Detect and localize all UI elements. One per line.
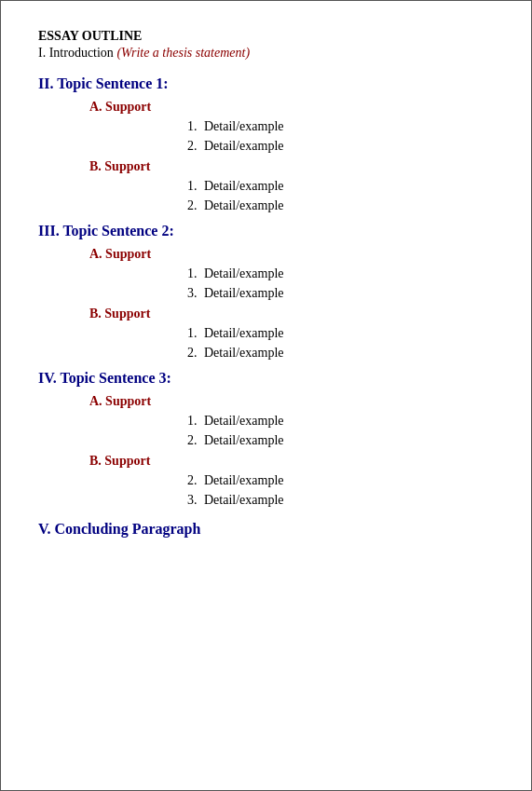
page-container: ESSAY OUTLINE I. Introduction (Write a t…: [0, 0, 532, 791]
section-2-support-b: B. Support 1. Detail/example 2. Detail/e…: [89, 307, 494, 361]
section-3-support-a: A. Support 1. Detail/example 2. Detail/e…: [89, 394, 494, 448]
detail-num: 1.: [187, 414, 198, 428]
section-3-support-b-detail-1: 2. Detail/example: [187, 472, 494, 488]
detail-text: Detail/example: [204, 414, 284, 428]
section-1-support-a: A. Support 1. Detail/example 2. Detail/e…: [89, 100, 494, 154]
detail-text: Detail/example: [204, 433, 284, 447]
section-2-support-a: A. Support 1. Detail/example 3. Detail/e…: [89, 247, 494, 301]
introduction-line: I. Introduction (Write a thesis statemen…: [38, 46, 494, 61]
detail-num: 2.: [187, 198, 198, 212]
section-1-support-b-detail-2: 2. Detail/example: [187, 198, 494, 213]
detail-num: 1.: [187, 266, 198, 280]
detail-num: 3.: [187, 493, 198, 507]
detail-num: 1.: [187, 179, 198, 193]
section-1-support-b: B. Support 1. Detail/example 2. Detail/e…: [89, 159, 494, 213]
section-2-support-a-detail-2: 3. Detail/example: [187, 285, 494, 301]
detail-text: Detail/example: [204, 473, 284, 487]
essay-title: ESSAY OUTLINE: [38, 29, 494, 44]
section-1-heading: II. Topic Sentence 1:: [38, 75, 494, 92]
section-2-support-b-detail-2: 2. Detail/example: [187, 345, 494, 361]
conclusion: V. Concluding Paragraph: [38, 521, 494, 538]
section-1-support-a-detail-2: 2. Detail/example: [187, 138, 494, 154]
detail-text: Detail/example: [204, 326, 284, 340]
section-2-support-a-detail-1: 1. Detail/example: [187, 266, 494, 281]
detail-text: Detail/example: [204, 198, 284, 212]
detail-num: 1.: [187, 119, 198, 133]
detail-text: Detail/example: [204, 119, 284, 133]
section-3-heading: IV. Topic Sentence 3:: [38, 370, 494, 387]
detail-num: 2.: [187, 139, 198, 153]
detail-text: Detail/example: [204, 286, 284, 300]
detail-num: 3.: [187, 286, 198, 300]
detail-text: Detail/example: [204, 266, 284, 280]
support-b-label: B. Support: [89, 454, 494, 469]
section-3-support-a-detail-2: 2. Detail/example: [187, 432, 494, 448]
support-a-label: A. Support: [89, 394, 494, 409]
detail-num: 2.: [187, 473, 198, 487]
section-2: III. Topic Sentence 2: A. Support 1. Det…: [38, 223, 494, 361]
section-3-support-b-detail-2: 3. Detail/example: [187, 492, 494, 508]
detail-text: Detail/example: [204, 493, 284, 507]
detail-text: Detail/example: [204, 179, 284, 193]
section-1: II. Topic Sentence 1: A. Support 1. Deta…: [38, 75, 494, 213]
introduction-note: (Write a thesis statement): [116, 46, 250, 60]
introduction-label: I. Introduction: [38, 46, 114, 60]
section-3-support-a-detail-1: 1. Detail/example: [187, 413, 494, 429]
support-b-label: B. Support: [89, 159, 494, 174]
section-1-support-a-detail-1: 1. Detail/example: [187, 118, 494, 134]
support-b-label: B. Support: [89, 307, 494, 321]
detail-num: 2.: [187, 346, 198, 360]
section-3-support-b: B. Support 2. Detail/example 3. Detail/e…: [89, 454, 494, 508]
section-3: IV. Topic Sentence 3: A. Support 1. Deta…: [38, 370, 494, 508]
support-a-label: A. Support: [89, 247, 494, 262]
section-2-heading: III. Topic Sentence 2:: [38, 223, 494, 239]
detail-num: 1.: [187, 326, 198, 340]
detail-num: 2.: [187, 433, 198, 447]
detail-text: Detail/example: [204, 139, 284, 153]
section-2-support-b-detail-1: 1. Detail/example: [187, 325, 494, 341]
section-1-support-b-detail-1: 1. Detail/example: [187, 178, 494, 194]
detail-text: Detail/example: [204, 346, 284, 360]
support-a-label: A. Support: [89, 100, 494, 115]
